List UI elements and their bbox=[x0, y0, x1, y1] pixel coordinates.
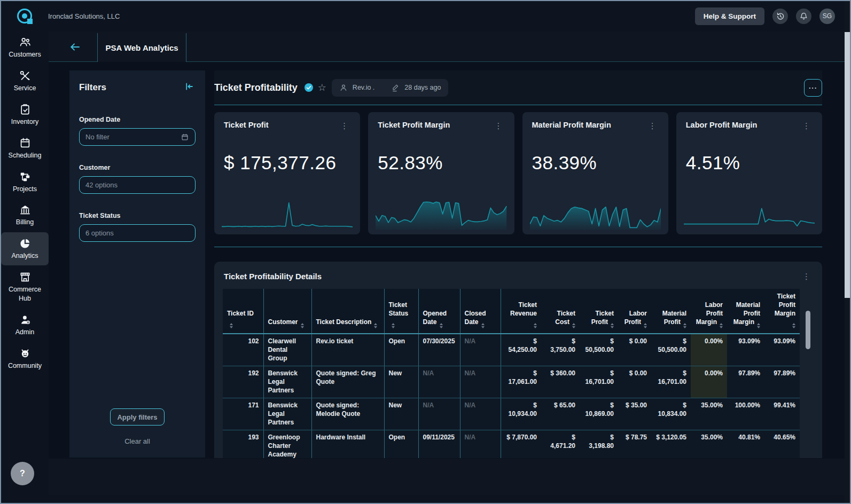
sidebar-item-label: Admin bbox=[15, 328, 34, 337]
report-owner: Rev.io . bbox=[353, 84, 374, 91]
ticket-status-label: Ticket Status bbox=[79, 212, 196, 219]
cell-labor_margin: 0.00% bbox=[691, 366, 727, 398]
cell-labor_profit: $ 0.00 bbox=[618, 334, 651, 366]
column-header-profit[interactable]: Ticket Profit bbox=[580, 289, 618, 334]
filters-panel: Filters Opened DateNo filterCustomer42 o… bbox=[69, 70, 205, 458]
sidebar-item-inventory[interactable]: Inventory bbox=[1, 98, 49, 131]
cell-revenue: $ 10,934.00 bbox=[501, 398, 541, 430]
report-meta-pill[interactable]: Rev.io . 28 days ago bbox=[332, 79, 449, 97]
kebab-menu-icon[interactable]: ⋮ bbox=[646, 121, 659, 131]
cell-profit: $ 10,869.00 bbox=[580, 398, 618, 430]
user-avatar[interactable]: SG bbox=[819, 9, 835, 24]
customer-input[interactable]: 42 options bbox=[79, 176, 196, 194]
kpi-card-material-profit-margin: Material Profit Margin⋮38.39% bbox=[522, 112, 668, 234]
sidebar-item-billing[interactable]: Billing bbox=[1, 199, 49, 232]
apply-filters-button[interactable]: Apply filters bbox=[110, 408, 165, 426]
cell-revenue: $ 54,250.00 bbox=[501, 334, 541, 366]
sidebar-item-community[interactable]: Community bbox=[1, 342, 49, 375]
column-header-description[interactable]: Ticket Description bbox=[311, 289, 384, 334]
column-header-status[interactable]: Ticket Status bbox=[384, 289, 418, 334]
sort-icon bbox=[757, 323, 760, 328]
kpi-value: 4.51% bbox=[686, 152, 813, 174]
cell-labor_profit: $ 78.75 bbox=[618, 430, 651, 459]
kebab-menu-icon[interactable]: ⋮ bbox=[493, 121, 505, 131]
column-header-closed[interactable]: Closed Date bbox=[460, 289, 501, 334]
cell-ticket_margin: 99.41% bbox=[764, 398, 800, 430]
cell-ticket_id: 192 bbox=[223, 366, 263, 398]
help-bubble-button[interactable]: ? bbox=[11, 462, 34, 485]
sidebar-item-label: Commerce Hub bbox=[2, 285, 48, 303]
admin-icon bbox=[19, 313, 32, 326]
cell-ticket_margin: 93.09% bbox=[764, 334, 800, 366]
cell-cost: $ 360.00 bbox=[541, 366, 580, 398]
table-scrollbar[interactable] bbox=[806, 311, 810, 444]
opened-date-label: Opened Date bbox=[79, 116, 196, 123]
cell-status: New bbox=[384, 398, 418, 430]
page-scrollbar[interactable] bbox=[845, 1, 850, 503]
kebab-menu-icon[interactable]: ⋮ bbox=[800, 271, 813, 281]
tab-psa-web-analytics[interactable]: PSA Web Analytics bbox=[97, 33, 186, 62]
opened-date-input[interactable]: No filter bbox=[79, 128, 196, 146]
cell-material_profit: $ 10,834.00 bbox=[651, 398, 691, 430]
filters-title: Filters bbox=[79, 82, 106, 93]
sort-icon bbox=[644, 323, 647, 328]
cell-labor_profit: $ 35.00 bbox=[618, 398, 651, 430]
kpi-cards-row: Ticket Profit⋮$ 175,377.26Ticket Profit … bbox=[214, 112, 822, 234]
clipboard-icon bbox=[19, 103, 32, 116]
sidebar-item-commerce-hub[interactable]: Commerce Hub bbox=[1, 266, 49, 308]
favorite-star-icon[interactable]: ☆ bbox=[318, 82, 326, 93]
cell-profit: $ 50,500.00 bbox=[580, 334, 618, 366]
cell-material_profit: $ 50,500.00 bbox=[651, 334, 691, 366]
sort-icon bbox=[611, 323, 614, 328]
column-header-ticket_id[interactable]: Ticket ID bbox=[223, 289, 263, 334]
sidebar-item-label: Community bbox=[8, 361, 42, 371]
bank-icon bbox=[19, 203, 32, 216]
cell-cost: $ 3,750.00 bbox=[541, 334, 580, 366]
sidebar-item-service[interactable]: Service bbox=[1, 65, 49, 98]
sort-icon bbox=[374, 323, 377, 328]
cell-customer: Benswick Legal Partners bbox=[263, 366, 311, 398]
column-header-ticket_margin[interactable]: Ticket Profit Margin bbox=[764, 289, 800, 334]
column-header-material_margin[interactable]: Material Profit Margin bbox=[727, 289, 764, 334]
column-header-opened[interactable]: Opened Date bbox=[418, 289, 460, 334]
kpi-value: 52.83% bbox=[378, 152, 504, 174]
cell-opened: 07/30/2025 bbox=[418, 334, 460, 366]
table-row: 171Benswick Legal PartnersQuote signed: … bbox=[223, 398, 800, 430]
report-title: Ticket Profitability bbox=[214, 82, 298, 93]
column-header-cost[interactable]: Ticket Cost bbox=[541, 289, 580, 334]
kpi-title: Ticket Profit bbox=[224, 121, 269, 129]
sparkline-chart bbox=[222, 198, 353, 230]
more-options-button[interactable]: ··· bbox=[804, 79, 822, 97]
back-arrow-button[interactable] bbox=[67, 39, 83, 55]
column-header-material_profit[interactable]: Material Profit bbox=[651, 289, 691, 334]
help-support-button[interactable]: Help & Support bbox=[695, 7, 764, 25]
sidebar-item-admin[interactable]: Admin bbox=[1, 309, 49, 342]
sidebar-item-projects[interactable]: Projects bbox=[1, 166, 49, 199]
sort-icon bbox=[301, 323, 304, 328]
cell-ticket_id: 171 bbox=[223, 398, 263, 430]
column-header-revenue[interactable]: Ticket Revenue bbox=[501, 289, 541, 334]
app-logo-icon[interactable] bbox=[17, 9, 32, 23]
cell-revenue: $ 7,870.00 bbox=[501, 430, 541, 459]
cell-status: New bbox=[384, 366, 418, 398]
ticket-status-input[interactable]: 6 options bbox=[79, 224, 196, 242]
column-header-labor_margin[interactable]: Labor Profit Margin bbox=[691, 289, 727, 334]
kpi-title: Ticket Profit Margin bbox=[378, 121, 450, 129]
kebab-menu-icon[interactable]: ⋮ bbox=[800, 121, 813, 131]
cell-cost: $ 65.00 bbox=[541, 398, 580, 430]
cell-material_profit: $ 16,701.00 bbox=[651, 366, 691, 398]
sidebar-item-analytics[interactable]: Analytics bbox=[1, 232, 49, 265]
column-header-labor_profit[interactable]: Labor Profit bbox=[618, 289, 651, 334]
sparkline-chart bbox=[376, 198, 506, 230]
sidebar-item-customers[interactable]: Customers bbox=[1, 31, 49, 64]
sidebar-item-scheduling[interactable]: Scheduling bbox=[1, 132, 49, 165]
cell-description: Quote signed: Melodie Quote bbox=[311, 398, 384, 430]
notifications-bell-icon[interactable] bbox=[796, 9, 811, 24]
column-header-customer[interactable]: Customer bbox=[263, 289, 311, 334]
cell-description: Hardware Install bbox=[311, 430, 384, 459]
collapse-panel-icon[interactable] bbox=[183, 80, 196, 94]
history-icon[interactable] bbox=[772, 9, 788, 24]
main-wrapper: PSA Web Analytics Filters Opened DateNo … bbox=[49, 32, 849, 495]
clear-all-link[interactable]: Clear all bbox=[69, 437, 205, 445]
kebab-menu-icon[interactable]: ⋮ bbox=[338, 121, 350, 131]
